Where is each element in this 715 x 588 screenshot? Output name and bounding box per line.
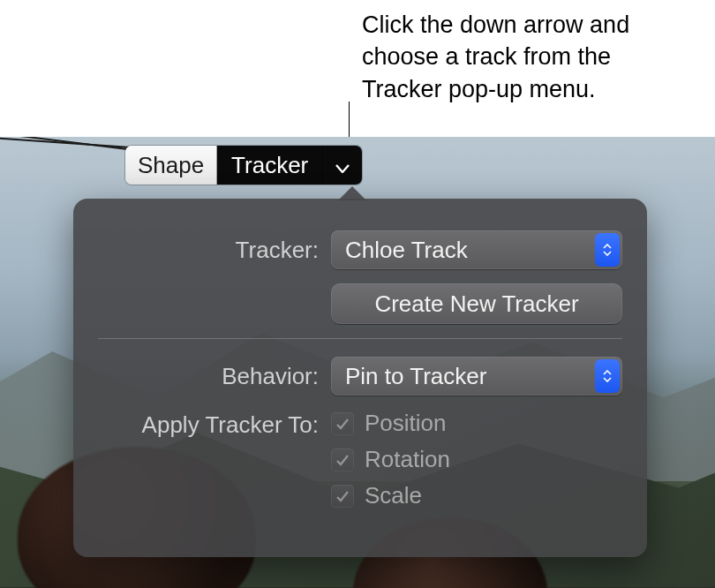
create-new-tracker-label: Create New Tracker — [374, 290, 578, 318]
checkmark-icon — [335, 446, 350, 473]
updown-stepper-icon — [595, 233, 620, 267]
tab-tracker-label: Tracker — [231, 152, 308, 179]
tracker-select[interactable]: Chloe Track — [331, 230, 622, 269]
hud-tabbar: Shape Tracker — [125, 146, 362, 185]
position-checkbox-label: Position — [365, 410, 447, 437]
behavior-field-label: Behavior: — [98, 363, 319, 390]
updown-stepper-icon — [595, 359, 620, 393]
apply-tracker-to-label: Apply Tracker To: — [98, 410, 319, 439]
scale-checkbox-label: Scale — [365, 482, 422, 509]
rotation-checkbox-label: Rotation — [365, 446, 450, 473]
tracker-popover: Tracker: Chloe Track Create New Tracker … — [73, 199, 647, 557]
checkmark-icon — [335, 410, 350, 437]
scale-checkbox[interactable] — [331, 485, 354, 508]
chevron-down-icon — [335, 152, 350, 179]
callout-text: Click the down arrow and choose a track … — [362, 9, 689, 105]
behavior-select[interactable]: Pin to Tracker — [331, 357, 622, 396]
create-new-tracker-button[interactable]: Create New Tracker — [331, 283, 622, 324]
rotation-checkbox[interactable] — [331, 449, 354, 471]
divider — [98, 338, 622, 339]
position-checkbox[interactable] — [331, 412, 354, 435]
tab-dropdown-arrow[interactable] — [323, 146, 362, 185]
tracker-field-label: Tracker: — [98, 237, 319, 264]
tracker-select-value: Chloe Track — [345, 237, 468, 264]
tab-shape-label: Shape — [138, 152, 204, 179]
checkmark-icon — [335, 482, 350, 509]
behavior-select-value: Pin to Tracker — [345, 363, 486, 390]
tab-shape[interactable]: Shape — [125, 146, 217, 185]
tab-tracker[interactable]: Tracker — [217, 146, 323, 185]
